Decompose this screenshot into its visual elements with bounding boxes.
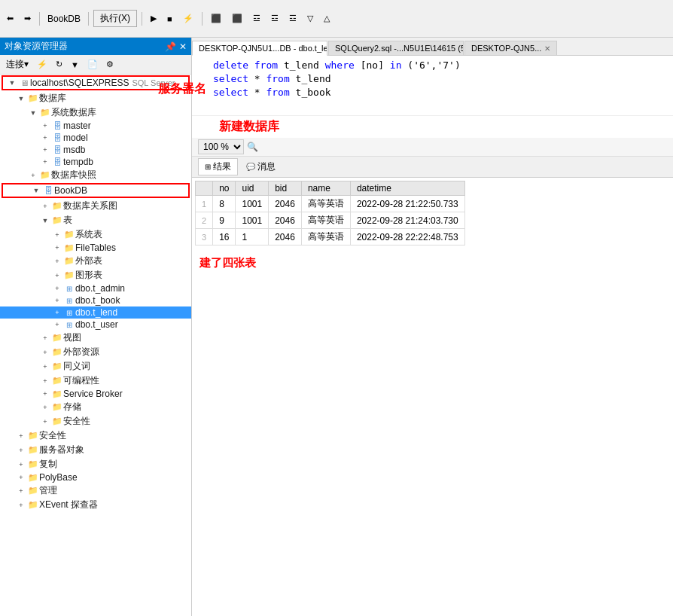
properties-icon[interactable]: ⚙ bbox=[103, 58, 117, 71]
storage-expand-icon[interactable]: + bbox=[39, 404, 51, 411]
tab-desktop[interactable]: DESKTOP-QJN5... ✕ bbox=[464, 41, 557, 55]
xevent-expand-icon[interactable]: + bbox=[15, 502, 27, 509]
tree-item-management[interactable]: + 📁 管理 bbox=[0, 483, 191, 498]
tree-item-snapshots[interactable]: + 📁 数据库快照 bbox=[0, 168, 191, 182]
tree-item-master[interactable]: + 🗄 master bbox=[0, 120, 191, 132]
system-dbs-expand-icon[interactable]: ▼ bbox=[27, 109, 39, 117]
tree-item-polybase[interactable]: + 📁 PolyBase bbox=[0, 471, 191, 483]
tree-item-server-objects[interactable]: + 📁 服务器对象 bbox=[0, 443, 191, 457]
filter-icon[interactable]: ▼ bbox=[68, 59, 82, 71]
polybase-expand-icon[interactable]: + bbox=[15, 474, 27, 481]
toolbar-btn-2[interactable]: ➡ bbox=[20, 11, 35, 26]
tree-item-security-db[interactable]: + 📁 安全性 bbox=[0, 414, 191, 428]
toolbar-btn-11[interactable]: ▽ bbox=[303, 11, 317, 26]
results-tab-results[interactable]: ⊞ 结果 bbox=[198, 158, 238, 175]
tree-item-filetable[interactable]: + 📁 FileTables bbox=[0, 242, 191, 254]
tree-item-replication[interactable]: + 📁 复制 bbox=[0, 457, 191, 471]
model-expand-icon[interactable]: + bbox=[39, 134, 51, 142]
tree-item-tempdb[interactable]: + 🗄 tempdb bbox=[0, 156, 191, 168]
t-lend-expand-icon[interactable]: + bbox=[51, 309, 63, 316]
msdb-icon: 🗄 bbox=[51, 145, 63, 154]
server-expand-icon[interactable]: ▼ bbox=[6, 79, 18, 87]
ext-tables-expand-icon[interactable]: + bbox=[51, 258, 63, 265]
connect-button[interactable]: 连接▾ bbox=[3, 56, 32, 72]
security-db-expand-icon[interactable]: + bbox=[39, 418, 51, 425]
tree-item-db-diagram[interactable]: + 📁 数据库关系图 bbox=[0, 199, 191, 213]
tree-item-model[interactable]: + 🗄 model bbox=[0, 132, 191, 144]
t-user-expand-icon[interactable]: + bbox=[51, 321, 63, 328]
toolbar-btn-7[interactable]: ⬛ bbox=[228, 11, 246, 26]
tree-item-msdb[interactable]: + 🗄 msdb bbox=[0, 144, 191, 156]
tree-item-tables[interactable]: ▼ 📁 表 bbox=[0, 213, 191, 227]
security-expand-icon[interactable]: + bbox=[15, 432, 27, 440]
toolbar-btn-1[interactable]: ⬅ bbox=[3, 11, 17, 26]
programmability-expand-icon[interactable]: + bbox=[39, 377, 51, 385]
tree-item-graph-tables[interactable]: + 📁 图形表 bbox=[0, 268, 191, 282]
views-expand-icon[interactable]: + bbox=[39, 334, 51, 342]
graph-tables-expand-icon[interactable]: + bbox=[51, 272, 63, 279]
storage-icon: 📁 bbox=[51, 402, 63, 412]
sql-editor[interactable]: delete from t_lend where [no] in ('6','7… bbox=[192, 56, 673, 116]
server-node[interactable]: ▼ 🖥 localhost\SQLEXPRESS SQL Server bbox=[3, 77, 188, 89]
tab-query[interactable]: SQLQuery2.sql -...N5U1E\14615 (55))* ✕ bbox=[328, 41, 464, 55]
management-expand-icon[interactable]: + bbox=[15, 487, 27, 495]
table-row[interactable]: 2 9 1001 2046 高等英语 2022-09-28 21:24:03.7… bbox=[196, 212, 465, 229]
tree-item-views[interactable]: + 📁 视图 bbox=[0, 331, 191, 345]
service-broker-expand-icon[interactable]: + bbox=[39, 390, 51, 398]
tree-item-databases[interactable]: ▼ 📁 数据库 bbox=[0, 91, 191, 105]
tree-item-programmability[interactable]: + 📁 可编程性 bbox=[0, 374, 191, 388]
tree-item-t-admin[interactable]: + ⊞ dbo.t_admin bbox=[0, 282, 191, 294]
refresh-icon[interactable]: ↻ bbox=[53, 58, 65, 71]
table-row[interactable]: 1 8 1001 2046 高等英语 2022-09-28 21:22:50.7… bbox=[196, 196, 465, 212]
toolbar-btn-9[interactable]: ☲ bbox=[267, 11, 282, 26]
close-panel-icon[interactable]: ✕ bbox=[179, 41, 187, 52]
toolbar-btn-8[interactable]: ☲ bbox=[249, 11, 264, 26]
bookdb-expand-icon[interactable]: ▼ bbox=[30, 187, 42, 194]
tempdb-expand-icon[interactable]: + bbox=[39, 158, 51, 166]
t-admin-expand-icon[interactable]: + bbox=[51, 285, 63, 292]
tree-item-synonyms[interactable]: + 📁 同义词 bbox=[0, 359, 191, 374]
toolbar-btn-10[interactable]: ☲ bbox=[285, 11, 300, 26]
msdb-expand-icon[interactable]: + bbox=[39, 146, 51, 154]
master-expand-icon[interactable]: + bbox=[39, 122, 51, 130]
new-query-icon[interactable]: 📄 bbox=[84, 58, 101, 71]
databases-expand-icon[interactable]: ▼ bbox=[15, 95, 27, 102]
tree-item-t-book[interactable]: + ⊞ dbo.t_book bbox=[0, 294, 191, 306]
db-diagram-expand-icon[interactable]: + bbox=[39, 203, 51, 210]
tree-item-xevent[interactable]: + 📁 XEvent 探查器 bbox=[0, 498, 191, 512]
replication-expand-icon[interactable]: + bbox=[15, 461, 27, 468]
filetable-expand-icon[interactable]: + bbox=[51, 244, 63, 252]
tree-item-sys-tables[interactable]: + 📁 系统表 bbox=[0, 227, 191, 242]
t-book-expand-icon[interactable]: + bbox=[51, 297, 63, 304]
tab-desktop-close[interactable]: ✕ bbox=[544, 44, 550, 53]
server-objects-icon: 📁 bbox=[27, 445, 39, 455]
tab-db-lend[interactable]: DESKTOP-QJN5U1...DB - dbo.t_lend ✕ bbox=[192, 41, 327, 56]
tree-item-bookdb[interactable]: ▼ 🗄 BookDB bbox=[3, 184, 188, 197]
synonyms-expand-icon[interactable]: + bbox=[39, 363, 51, 371]
execute-button[interactable]: 执行(X) bbox=[93, 10, 137, 27]
tree-item-system-dbs[interactable]: ▼ 📁 系统数据库 bbox=[0, 105, 191, 120]
toolbar-btn-12[interactable]: △ bbox=[320, 11, 333, 26]
tree-item-security[interactable]: + 📁 安全性 bbox=[0, 428, 191, 443]
tree-item-t-user[interactable]: + ⊞ dbo.t_user bbox=[0, 319, 191, 331]
pin-icon[interactable]: 📌 bbox=[165, 41, 176, 52]
tree-item-storage[interactable]: + 📁 存储 bbox=[0, 400, 191, 414]
tables-expand-icon[interactable]: ▼ bbox=[39, 217, 51, 224]
toolbar-btn-6[interactable]: ⬛ bbox=[207, 11, 225, 26]
tree-item-ext-resources[interactable]: + 📁 外部资源 bbox=[0, 345, 191, 359]
toolbar-btn-3[interactable]: ▶ bbox=[147, 11, 160, 26]
tree-item-t-lend[interactable]: + ⊞ dbo.t_lend bbox=[0, 306, 191, 319]
disconnect-icon[interactable]: ⚡ bbox=[34, 58, 50, 71]
tree-item-service-broker[interactable]: + 📁 Service Broker bbox=[0, 388, 191, 400]
server-objects-expand-icon[interactable]: + bbox=[15, 447, 27, 454]
toolbar-btn-4[interactable]: ■ bbox=[163, 12, 176, 26]
tree-item-ext-tables[interactable]: + 📁 外部表 bbox=[0, 254, 191, 268]
toolbar-btn-5[interactable]: ⚡ bbox=[179, 11, 197, 26]
ext-resources-expand-icon[interactable]: + bbox=[39, 349, 51, 356]
zoom-icon[interactable]: 🔍 bbox=[247, 142, 258, 152]
table-row[interactable]: 3 16 1 2046 高等英语 2022-09-28 22:22:48.753 bbox=[196, 229, 465, 245]
snapshots-expand-icon[interactable]: + bbox=[27, 172, 39, 179]
zoom-select[interactable]: 100 % bbox=[198, 139, 244, 154]
results-tab-messages[interactable]: 💬 消息 bbox=[239, 158, 282, 175]
sys-tables-expand-icon[interactable]: + bbox=[51, 231, 63, 239]
